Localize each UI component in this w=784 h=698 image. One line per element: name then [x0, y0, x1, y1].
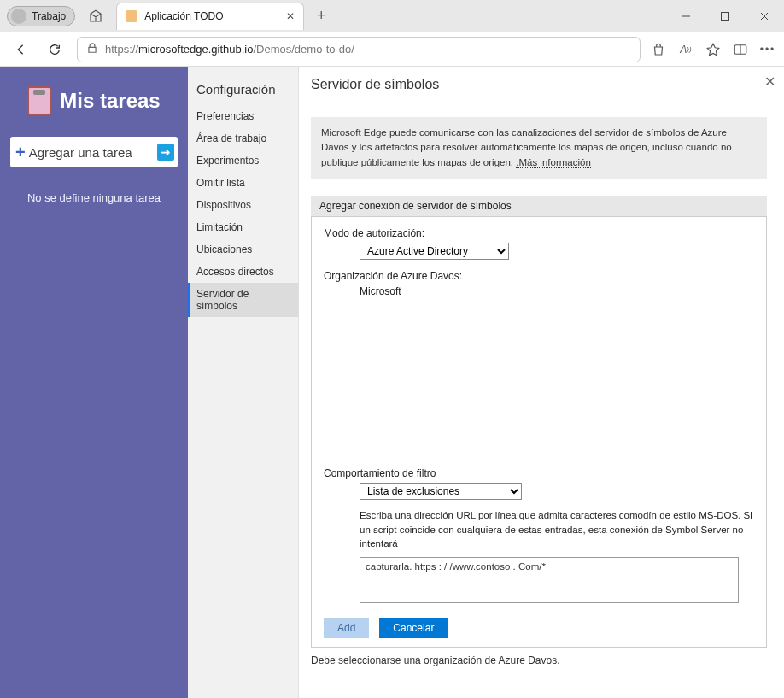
profile-label: Trabajo	[32, 10, 66, 22]
url-field[interactable]: https://microsoftedge.github.io/Demos/de…	[77, 37, 641, 62]
submit-arrow-icon: ➜	[157, 144, 174, 161]
clipboard-icon	[27, 86, 51, 115]
tab-title: Aplicación TODO	[144, 10, 279, 22]
url-text: https://microsoftedge.github.io/Demos/de…	[105, 43, 354, 56]
favorite-icon[interactable]	[705, 42, 721, 57]
back-button[interactable]	[9, 38, 32, 62]
lock-icon	[86, 42, 98, 56]
app-title: Mis tareas	[60, 89, 160, 113]
config-item-ignore-list[interactable]: Omitir lista	[188, 172, 298, 194]
more-info-link[interactable]: .Más información	[516, 157, 591, 168]
config-item-throttling[interactable]: Limitación	[188, 216, 298, 238]
add-task-button[interactable]: + Agregar una tarea ➜	[10, 137, 178, 167]
profile-chip[interactable]: Trabajo	[7, 6, 75, 26]
workspaces-button[interactable]	[84, 4, 108, 28]
close-panel-button[interactable]: ✕	[764, 73, 775, 90]
validation-message: Debe seleccionarse una organización de A…	[311, 654, 767, 666]
config-item-locations[interactable]: Ubicaciones	[188, 238, 298, 261]
config-item-shortcuts[interactable]: Accesos directos	[188, 261, 298, 283]
app-sidebar: Mis tareas + Agregar una tarea ➜ No se d…	[0, 67, 188, 698]
filter-textarea[interactable]	[360, 557, 739, 603]
read-aloud-icon[interactable]: A))	[678, 42, 693, 57]
close-window-button[interactable]	[745, 0, 784, 32]
settings-heading: Servidor de símbolos	[311, 77, 767, 92]
browser-titlebar: Trabajo Aplicación TODO ✕ +	[0, 0, 784, 32]
config-item-devices[interactable]: Dispositivos	[188, 194, 298, 216]
avatar-icon	[11, 9, 26, 24]
svg-rect-0	[722, 13, 729, 21]
address-bar: https://microsoftedge.github.io/Demos/de…	[0, 32, 784, 67]
button-row: Add Cancelar	[324, 618, 754, 638]
filter-select[interactable]: Lista de exclusiones	[360, 483, 522, 500]
connection-form: Modo de autorización: Azure Active Direc…	[311, 216, 767, 648]
config-item-workspace[interactable]: Área de trabajo	[188, 127, 298, 150]
config-item-symbol-server[interactable]: Servidor de símbolos	[188, 283, 298, 317]
auth-mode-select[interactable]: Azure Active Directory	[360, 243, 509, 260]
minimize-button[interactable]	[666, 0, 705, 32]
more-icon[interactable]: •••	[760, 42, 775, 57]
cancel-button[interactable]: Cancelar	[379, 618, 448, 638]
settings-main: ✕ Servidor de símbolos Microsoft Edge pu…	[299, 67, 784, 698]
window-controls	[666, 0, 784, 32]
workspaces-icon	[88, 9, 103, 24]
refresh-button[interactable]	[43, 38, 67, 62]
section-header: Agregar conexión de servidor de símbolos	[311, 196, 767, 216]
org-label: Organización de Azure Davos:	[324, 270, 754, 282]
tab-close-button[interactable]: ✕	[286, 10, 295, 22]
add-button[interactable]: Add	[324, 618, 369, 638]
divider	[311, 103, 767, 103]
config-nav: Configuración Preferencias Área de traba…	[188, 67, 299, 698]
config-title: Configuración	[188, 77, 298, 105]
empty-tasks-message: No se define ninguna tarea	[27, 191, 161, 204]
tab-favicon-icon	[126, 10, 137, 22]
config-item-preferences[interactable]: Preferencias	[188, 105, 298, 127]
shopping-icon[interactable]	[651, 42, 666, 57]
config-item-experiments[interactable]: Experimentos	[188, 150, 298, 172]
toolbar-icons: A)) •••	[651, 42, 775, 57]
page-content: Mis tareas + Agregar una tarea ➜ No se d…	[0, 67, 784, 698]
filter-label: Comportamiento de filtro	[324, 467, 754, 479]
app-title-row: Mis tareas	[27, 86, 160, 115]
split-screen-icon[interactable]	[733, 42, 748, 57]
browser-tab[interactable]: Aplicación TODO ✕	[116, 3, 304, 30]
maximize-button[interactable]	[705, 0, 745, 32]
plus-icon: +	[15, 143, 26, 162]
org-value: Microsoft	[324, 285, 754, 297]
filter-help-text: Escriba una dirección URL por línea que …	[324, 508, 754, 549]
add-task-label: Agregar una tarea	[29, 145, 132, 160]
auth-mode-label: Modo de autorización:	[324, 227, 754, 239]
new-tab-button[interactable]: +	[309, 4, 333, 28]
info-box: Microsoft Edge puede comunicarse con las…	[311, 117, 767, 179]
